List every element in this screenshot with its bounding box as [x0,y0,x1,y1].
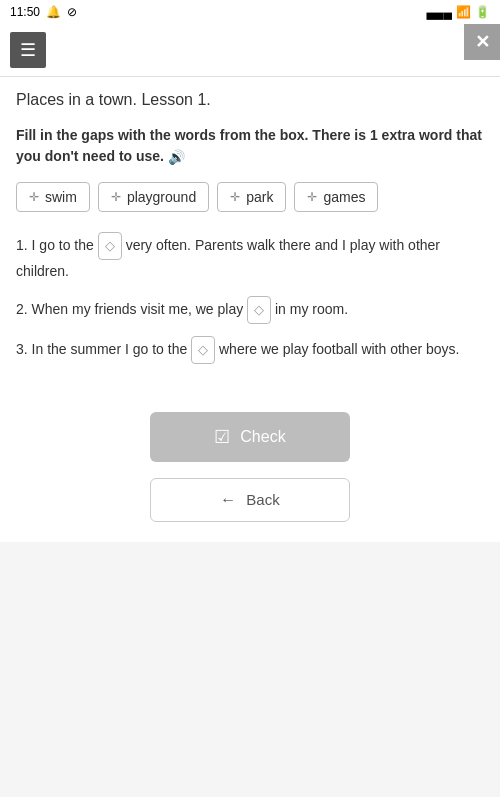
sentences-area: 1. I go to the ◇ very often. Parents wal… [16,232,484,364]
word-chip-games[interactable]: ✛ games [294,182,378,212]
sentence-2-prefix: 2. When my friends visit me, we play [16,300,247,316]
sentence-3: 3. In the summer I go to the ◇ where we … [16,336,484,364]
check-label: Check [240,428,285,446]
header: ☰ ✕ [0,24,500,77]
menu-icon: ☰ [20,41,36,59]
word-label-swim: swim [45,189,77,205]
drag-icon-park: ✛ [230,190,240,204]
status-bar: 11:50 🔔 ⊘ ▄▄▄ 📶 🔋 [0,0,500,24]
word-chip-swim[interactable]: ✛ swim [16,182,90,212]
word-label-playground: playground [127,189,196,205]
back-label: Back [246,491,279,508]
word-chip-playground[interactable]: ✛ playground [98,182,209,212]
time-display: 11:50 [10,5,40,19]
sentence-1-prefix: 1. I go to the [16,237,98,253]
back-button[interactable]: ← Back [150,478,350,522]
drag-icon-games: ✛ [307,190,317,204]
sentence-2-suffix: in my room. [275,300,348,316]
status-left: 11:50 🔔 ⊘ [10,5,77,19]
menu-button[interactable]: ☰ [10,32,46,68]
drag-icon-playground: ✛ [111,190,121,204]
main-content: Places in a town. Lesson 1. Fill in the … [0,77,500,402]
audio-button[interactable]: 🔊 [168,147,185,168]
instruction-text: Fill in the gaps with the words from the… [16,125,484,168]
word-chip-park[interactable]: ✛ park [217,182,286,212]
status-right: ▄▄▄ 📶 🔋 [426,5,490,19]
sentence-3-prefix: 3. In the summer I go to the [16,341,191,357]
lesson-title: Places in a town. Lesson 1. [16,91,484,109]
instruction-bold: Fill in the gaps with the words from the… [16,127,482,164]
ring-silent-icon: ⊘ [67,5,77,19]
close-icon: ✕ [475,31,490,53]
word-label-games: games [323,189,365,205]
sentence-2: 2. When my friends visit me, we play ◇ i… [16,296,484,324]
word-bank: ✛ swim ✛ playground ✛ park ✛ games [16,182,484,212]
wifi-icon: 📶 [456,5,471,19]
back-arrow-icon: ← [220,491,236,509]
drop-zone-1[interactable]: ◇ [98,232,122,260]
drop-zone-3[interactable]: ◇ [191,336,215,364]
drag-icon-swim: ✛ [29,190,39,204]
check-button[interactable]: ☑ Check [150,412,350,462]
check-icon: ☑ [214,426,230,448]
signal-icon: ▄▄▄ [426,5,452,19]
alarm-icon: 🔔 [46,5,61,19]
close-button[interactable]: ✕ [464,24,500,60]
word-label-park: park [246,189,273,205]
drop-zone-2[interactable]: ◇ [247,296,271,324]
buttons-area: ☑ Check ← Back [0,402,500,542]
sentence-1: 1. I go to the ◇ very often. Parents wal… [16,232,484,284]
battery-icon: 🔋 [475,5,490,19]
sentence-3-suffix: where we play football with other boys. [219,341,459,357]
